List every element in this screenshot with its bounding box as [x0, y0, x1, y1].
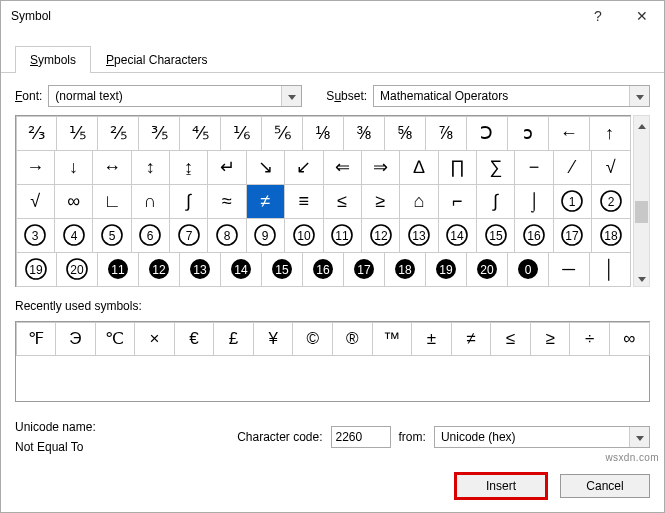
symbol-cell[interactable]: ∑	[476, 150, 515, 185]
symbol-cell[interactable]: 7	[169, 218, 208, 253]
symbol-cell[interactable]: ⌡	[514, 184, 553, 219]
symbol-cell[interactable]: Ↄ	[466, 116, 508, 151]
scroll-down-icon[interactable]	[634, 269, 649, 286]
symbol-cell[interactable]: ↄ	[507, 116, 549, 151]
symbol-cell[interactable]: €	[174, 322, 215, 356]
symbol-cell[interactable]: ≥	[530, 322, 571, 356]
font-select[interactable]: (normal text)	[48, 85, 302, 107]
symbol-cell[interactable]: Э	[55, 322, 96, 356]
symbol-cell[interactable]: ⌐	[438, 184, 477, 219]
subset-select[interactable]: Mathematical Operators	[373, 85, 650, 107]
symbol-cell[interactable]: ⅕	[56, 116, 98, 151]
symbol-cell[interactable]: ℉	[16, 322, 57, 356]
symbol-cell[interactable]: ×	[134, 322, 175, 356]
symbol-cell[interactable]: ↓	[54, 150, 93, 185]
symbol-cell[interactable]: 12	[361, 218, 400, 253]
symbol-cell[interactable]: 8	[207, 218, 246, 253]
symbol-cell[interactable]: ⅞	[425, 116, 467, 151]
symbol-cell[interactable]: √	[16, 184, 55, 219]
symbol-cell[interactable]: ©	[292, 322, 333, 356]
symbol-cell[interactable]: 20	[56, 252, 98, 287]
symbol-cell[interactable]: ⅚	[261, 116, 303, 151]
tab-special-characters[interactable]: Ppecial Characters	[91, 46, 222, 73]
symbol-cell[interactable]: 17	[553, 218, 592, 253]
symbol-cell[interactable]: ℃	[95, 322, 136, 356]
scroll-track[interactable]	[634, 133, 649, 269]
help-button[interactable]: ?	[576, 1, 620, 31]
symbol-cell[interactable]: 17	[343, 252, 385, 287]
symbol-cell[interactable]: 19	[16, 252, 58, 287]
symbol-cell[interactable]: 6	[131, 218, 170, 253]
symbol-cell[interactable]: ⅖	[97, 116, 139, 151]
symbol-cell[interactable]: 19	[425, 252, 467, 287]
from-select[interactable]: Unicode (hex)	[434, 426, 650, 448]
symbol-cell[interactable]: ∟	[92, 184, 131, 219]
tab-symbols[interactable]: Symbols	[15, 46, 91, 73]
symbol-cell[interactable]: ↙	[284, 150, 323, 185]
symbol-cell[interactable]: 9	[246, 218, 285, 253]
symbol-cell[interactable]: ⅗	[138, 116, 180, 151]
cancel-button[interactable]: Cancel	[560, 474, 650, 498]
symbol-cell[interactable]: ≥	[361, 184, 400, 219]
scroll-up-icon[interactable]	[634, 116, 649, 133]
symbol-cell[interactable]: ≠	[451, 322, 492, 356]
symbol-cell[interactable]: ↔	[92, 150, 131, 185]
symbol-cell[interactable]: ∆	[399, 150, 438, 185]
symbol-cell[interactable]: ≠	[246, 184, 285, 219]
symbol-cell[interactable]: ±	[411, 322, 452, 356]
scroll-thumb[interactable]	[635, 201, 648, 223]
symbol-cell[interactable]: 0	[507, 252, 549, 287]
symbol-cell[interactable]: ⅜	[343, 116, 385, 151]
symbol-cell[interactable]: →	[16, 150, 55, 185]
symbol-cell[interactable]: 3	[16, 218, 55, 253]
insert-button[interactable]: Insert	[456, 474, 546, 498]
close-button[interactable]: ✕	[620, 1, 664, 31]
symbol-cell[interactable]: ∫	[476, 184, 515, 219]
symbol-cell[interactable]: ⅛	[302, 116, 344, 151]
symbol-cell[interactable]: 11	[97, 252, 139, 287]
symbol-cell[interactable]: 16	[302, 252, 344, 287]
symbol-cell[interactable]: ¥	[253, 322, 294, 356]
symbol-cell[interactable]: 13	[399, 218, 438, 253]
symbol-cell[interactable]: 2	[591, 184, 630, 219]
symbol-cell[interactable]: ⅙	[220, 116, 262, 151]
symbol-cell[interactable]: 12	[138, 252, 180, 287]
symbol-cell[interactable]: √	[591, 150, 630, 185]
symbol-cell[interactable]: 4	[54, 218, 93, 253]
symbol-cell[interactable]: ∞	[609, 322, 650, 356]
symbol-cell[interactable]: 5	[92, 218, 131, 253]
symbol-cell[interactable]: ←	[548, 116, 590, 151]
symbol-cell[interactable]: ∕	[553, 150, 592, 185]
symbol-cell[interactable]: ™	[372, 322, 413, 356]
symbol-cell[interactable]: 11	[323, 218, 362, 253]
symbol-cell[interactable]: ↕	[131, 150, 170, 185]
symbol-cell[interactable]: ®	[332, 322, 373, 356]
symbol-cell[interactable]: ↑	[589, 116, 631, 151]
symbol-cell[interactable]: ≈	[207, 184, 246, 219]
symbol-cell[interactable]: │	[589, 252, 631, 287]
symbol-cell[interactable]: 10	[284, 218, 323, 253]
symbol-cell[interactable]: ≡	[284, 184, 323, 219]
symbol-cell[interactable]: ⇒	[361, 150, 400, 185]
symbol-cell[interactable]: −	[514, 150, 553, 185]
symbol-cell[interactable]: ↘	[246, 150, 285, 185]
symbol-cell[interactable]: 20	[466, 252, 508, 287]
symbol-cell[interactable]: 14	[220, 252, 262, 287]
symbol-cell[interactable]: ↨	[169, 150, 208, 185]
symbol-cell[interactable]: 18	[591, 218, 630, 253]
symbol-cell[interactable]: ÷	[569, 322, 610, 356]
char-code-input[interactable]	[331, 426, 391, 448]
symbol-cell[interactable]: ⅔	[16, 116, 58, 151]
symbol-cell[interactable]: 14	[438, 218, 477, 253]
symbol-cell[interactable]: 15	[476, 218, 515, 253]
symbol-cell[interactable]: 18	[384, 252, 426, 287]
symbol-cell[interactable]: ⇐	[323, 150, 362, 185]
symbol-cell[interactable]: ⅝	[384, 116, 426, 151]
symbol-cell[interactable]: ⌂	[399, 184, 438, 219]
symbol-cell[interactable]: 15	[261, 252, 303, 287]
symbol-cell[interactable]: 13	[179, 252, 221, 287]
symbol-cell[interactable]: 1	[553, 184, 592, 219]
scrollbar[interactable]	[633, 115, 650, 287]
symbol-cell[interactable]: ≤	[490, 322, 531, 356]
symbol-cell[interactable]: ≤	[323, 184, 362, 219]
